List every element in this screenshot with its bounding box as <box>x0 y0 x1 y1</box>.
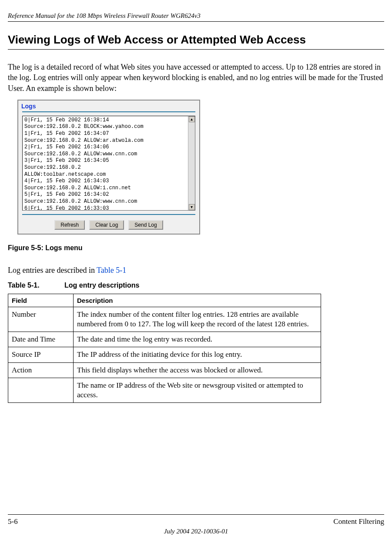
logs-text-wrap: 0|Fri, 15 Feb 2002 16:38:14 Source:192.1… <box>22 116 195 211</box>
table-row: Source IP The IP address of the initiati… <box>8 347 321 362</box>
table-intro-paragraph: Log entries are described in Table 5-1 <box>8 265 384 275</box>
header-rule <box>8 21 384 22</box>
logs-button-row: Refresh Clear Log Send Log <box>20 218 198 232</box>
table-row: Date and Time The date and time the log … <box>8 332 321 347</box>
section-rule <box>8 49 384 50</box>
log-entry-table: Field Description Number The index numbe… <box>8 294 321 403</box>
figure-caption: Figure 5-5: Logs menu <box>8 244 384 252</box>
chapter-title: Content Filtering <box>333 517 384 526</box>
th-description: Description <box>74 294 321 307</box>
footer-date-partno: July 2004 202-10036-01 <box>8 528 384 535</box>
scroll-down-icon[interactable]: ▾ <box>189 204 195 210</box>
cell-desc: The IP address of the initiating device … <box>74 347 321 362</box>
table-row: Number The index number of the content f… <box>8 307 321 332</box>
cell-field: Action <box>8 362 74 378</box>
clear-log-button[interactable]: Clear Log <box>89 220 124 230</box>
logs-panel: Logs 0|Fri, 15 Feb 2002 16:38:14 Source:… <box>17 100 200 235</box>
page-footer: 5-6 Content Filtering July 2004 202-1003… <box>8 514 384 535</box>
logs-divider-top <box>22 111 195 112</box>
logs-panel-title: Logs <box>20 102 198 111</box>
cell-desc: The index number of the content filter l… <box>74 307 321 332</box>
intro-paragraph: The log is a detailed record of what Web… <box>8 62 384 94</box>
table-header-row: Field Description <box>8 294 321 307</box>
cell-field <box>8 378 74 402</box>
running-header: Reference Manual for the 108 Mbps Wirele… <box>8 12 384 20</box>
table-row: The name or IP address of the Web site o… <box>8 378 321 402</box>
cell-field: Source IP <box>8 347 74 362</box>
logs-divider-bottom <box>22 214 195 215</box>
logs-textarea[interactable]: 0|Fri, 15 Feb 2002 16:38:14 Source:192.1… <box>22 116 195 211</box>
page-number: 5-6 <box>8 517 18 526</box>
cell-field: Number <box>8 307 74 332</box>
table-row: Action This field displays whether the a… <box>8 362 321 378</box>
footer-rule <box>8 514 384 515</box>
section-heading: Viewing Logs of Web Access or Attempted … <box>8 33 384 47</box>
table-reference-link[interactable]: Table 5-1 <box>97 266 126 275</box>
table-caption: Table 5-1.Log entry descriptions <box>8 282 384 289</box>
refresh-button[interactable]: Refresh <box>54 220 85 230</box>
cell-desc: The name or IP address of the Web site o… <box>74 378 321 402</box>
table-caption-number: Table 5-1. <box>8 282 64 289</box>
cell-desc: The date and time the log entry was reco… <box>74 332 321 347</box>
th-field: Field <box>8 294 74 307</box>
cell-field: Date and Time <box>8 332 74 347</box>
send-log-button[interactable]: Send Log <box>128 220 163 230</box>
table-intro-text: Log entries are described in <box>8 266 97 275</box>
logs-scrollbar[interactable]: ▴ ▾ <box>188 116 195 210</box>
cell-desc: This field displays whether the access w… <box>74 362 321 378</box>
table-caption-title: Log entry descriptions <box>64 282 139 289</box>
footer-row: 5-6 Content Filtering <box>8 517 384 526</box>
scroll-up-icon[interactable]: ▴ <box>189 116 195 122</box>
